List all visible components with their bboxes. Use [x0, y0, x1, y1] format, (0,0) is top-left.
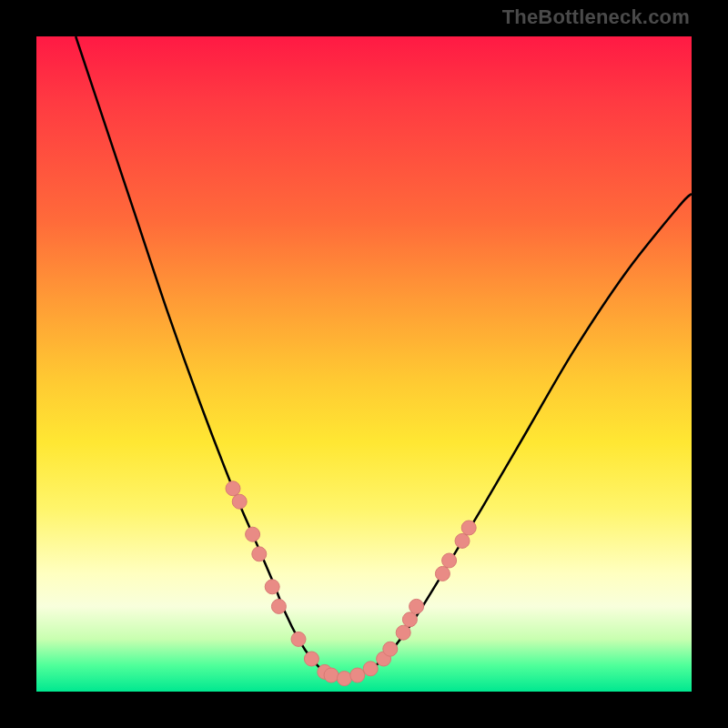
data-marker [337, 672, 351, 686]
data-marker [383, 642, 398, 656]
bottleneck-curve [76, 36, 692, 680]
data-marker [291, 632, 306, 646]
data-marker [350, 668, 365, 682]
data-marker [232, 494, 247, 509]
data-marker [304, 652, 318, 666]
data-marker [396, 625, 410, 640]
data-marker [252, 547, 267, 561]
watermark-text: TheBottleneck.com [502, 5, 690, 29]
data-marker [435, 566, 450, 581]
data-marker [402, 612, 417, 627]
data-marker [455, 533, 470, 548]
data-marker [442, 553, 457, 568]
curve-svg [36, 36, 692, 692]
data-marker [410, 599, 424, 613]
data-marker [461, 521, 476, 535]
data-marker [226, 481, 240, 496]
markers-group [226, 481, 476, 686]
plot-area [36, 36, 692, 692]
data-marker [246, 527, 260, 541]
chart-frame: TheBottleneck.com [0, 0, 728, 728]
data-marker [271, 599, 286, 613]
data-marker [363, 662, 378, 676]
data-marker [265, 580, 279, 594]
data-marker [324, 668, 339, 682]
